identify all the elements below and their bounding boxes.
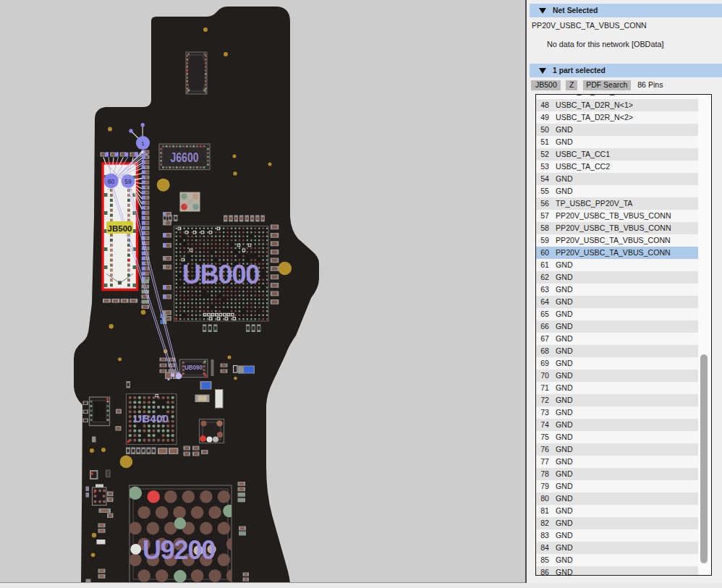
svg-text:UB000: UB000 xyxy=(182,260,259,289)
svg-text:U9200: U9200 xyxy=(143,535,215,565)
svg-text:UB090: UB090 xyxy=(184,364,203,371)
svg-text:59: 59 xyxy=(124,178,132,185)
svg-text:60: 60 xyxy=(108,178,115,185)
svg-text:1: 1 xyxy=(115,148,118,153)
svg-text:J6600: J6600 xyxy=(171,150,199,165)
svg-text:UB400: UB400 xyxy=(134,412,169,425)
svg-text:1: 1 xyxy=(141,140,145,147)
svg-text:1: 1 xyxy=(126,148,129,153)
svg-text:JB500: JB500 xyxy=(108,224,132,233)
svg-text:1: 1 xyxy=(104,148,107,153)
